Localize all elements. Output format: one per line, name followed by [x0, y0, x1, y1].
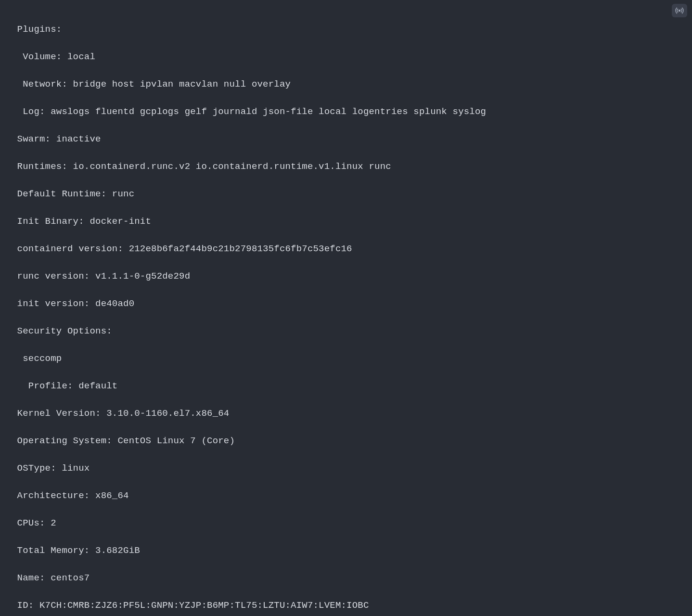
output-line: Architecture: x86_64: [12, 489, 680, 503]
output-line: Network: bridge host ipvlan macvlan null…: [12, 77, 680, 91]
output-line: Swarm: inactive: [12, 132, 680, 146]
output-line: Kernel Version: 3.10.0-1160.el7.x86_64: [12, 407, 680, 421]
output-line: ID: K7CH:CMRB:ZJZ6:PF5L:GNPN:YZJP:B6MP:T…: [12, 599, 680, 613]
output-line: Total Memory: 3.682GiB: [12, 544, 680, 558]
output-line: Runtimes: io.containerd.runc.v2 io.conta…: [12, 160, 680, 174]
output-line: seccomp: [12, 352, 680, 366]
terminal-output: Plugins: Volume: local Network: bridge h…: [0, 0, 692, 616]
output-line: Name: centos7: [12, 571, 680, 585]
output-line: init version: de40ad0: [12, 297, 680, 311]
output-line: Default Runtime: runc: [12, 187, 680, 201]
output-line: CPUs: 2: [12, 516, 680, 530]
output-line: Log: awslogs fluentd gcplogs gelf journa…: [12, 105, 680, 119]
output-line: Security Options:: [12, 324, 680, 338]
output-line: containerd version: 212e8b6fa2f44b9c21b2…: [12, 242, 680, 256]
output-line: Init Binary: docker-init: [12, 215, 680, 229]
broadcast-icon[interactable]: [672, 4, 687, 17]
output-line: runc version: v1.1.1-0-g52de29d: [12, 270, 680, 283]
output-line: Profile: default: [12, 379, 680, 393]
output-line: Operating System: CentOS Linux 7 (Core): [12, 434, 680, 448]
output-line: Volume: local: [12, 50, 680, 64]
output-line: OSType: linux: [12, 462, 680, 475]
output-line: Plugins:: [12, 23, 680, 37]
svg-point-0: [679, 10, 680, 12]
